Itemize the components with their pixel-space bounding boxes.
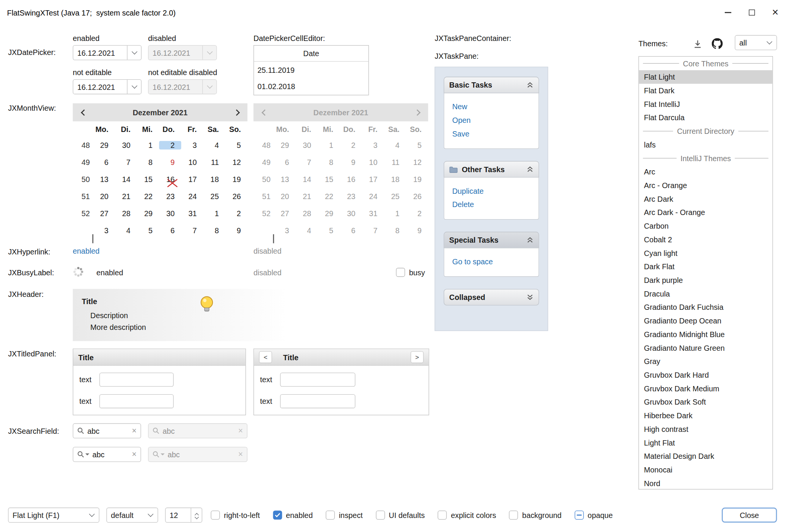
theme-item[interactable]: Gray <box>639 355 773 368</box>
taskpane-action-link[interactable]: Duplicate <box>452 184 530 198</box>
search-menu-icon[interactable] <box>77 451 90 458</box>
taskpane-title-bar[interactable]: Basic Tasks <box>444 77 539 93</box>
github-button[interactable] <box>712 38 723 49</box>
day-cell[interactable]: 4 <box>115 226 137 234</box>
day-cell[interactable]: 13 <box>93 175 115 183</box>
taskpane-title-bar[interactable]: Special Tasks <box>444 232 539 248</box>
theme-item[interactable]: Gradianto Dark Fuchsia <box>639 300 773 314</box>
theme-item[interactable]: Gruvbox Dark Hard <box>639 368 773 382</box>
taskpane-title-bar[interactable]: Other Tasks <box>444 161 539 178</box>
collapse-chevron-icon[interactable] <box>527 166 534 173</box>
day-cell[interactable]: 19 <box>225 175 247 183</box>
theme-item[interactable]: Nord <box>639 477 773 490</box>
day-cell[interactable]: 20 <box>93 192 115 200</box>
table-row[interactable]: 25.11.2019 <box>254 62 368 78</box>
busy-checkbox[interactable]: busy <box>396 268 425 277</box>
day-cell[interactable]: 30 <box>159 209 181 217</box>
checkbox-inspect[interactable]: inspect <box>326 511 363 520</box>
day-cell[interactable]: 26 <box>225 192 247 200</box>
day-cell[interactable]: 29 <box>93 141 115 149</box>
theme-item[interactable]: Flat Darcula <box>639 111 773 124</box>
clear-icon[interactable]: × <box>132 427 136 435</box>
monthview-enabled[interactable]: Dezember 2021Mo.Di.Mi.Do.Fr.Sa.So.482930… <box>73 103 247 239</box>
day-cell[interactable]: 3 <box>93 226 115 234</box>
theme-item[interactable]: Gruvbox Dark Soft <box>639 395 773 409</box>
day-cell[interactable]: 9 <box>225 226 247 234</box>
day-cell[interactable]: 16 <box>159 175 181 183</box>
day-cell[interactable]: 8 <box>137 158 159 166</box>
taskpane-title-bar[interactable]: Collapsed <box>444 289 539 306</box>
datepicker-value[interactable]: 16.12.2021 <box>73 49 127 57</box>
day-cell[interactable]: 5 <box>225 141 247 149</box>
theme-item[interactable]: Dracula <box>639 287 773 301</box>
next-month-button[interactable] <box>225 103 247 121</box>
themes-list[interactable]: Core ThemesFlat LightFlat DarkFlat Intel… <box>638 56 773 490</box>
theme-item[interactable]: Flat IntelliJ <box>639 97 773 111</box>
theme-item[interactable]: Hiberbee Dark <box>639 409 773 422</box>
theme-item[interactable]: Cyan light <box>639 246 773 260</box>
theme-item[interactable]: Arc Dark <box>639 192 773 206</box>
theme-item[interactable]: Flat Light <box>639 70 773 84</box>
checkbox-box[interactable] <box>376 511 385 520</box>
search-input[interactable]: abc <box>92 450 129 458</box>
search-field-with-menu[interactable]: abc × <box>73 447 141 462</box>
day-cell[interactable]: 15 <box>137 175 159 183</box>
day-cell[interactable]: 24 <box>181 192 203 200</box>
search-input[interactable]: abc <box>87 427 129 435</box>
day-cell[interactable]: 18 <box>203 175 225 183</box>
checkbox-box[interactable] <box>211 511 220 520</box>
text-input[interactable] <box>280 373 355 387</box>
checkbox-box[interactable] <box>575 511 584 520</box>
checkbox-ui-defaults[interactable]: UI defaults <box>376 511 425 520</box>
close-button[interactable]: Close <box>722 508 777 523</box>
text-input[interactable] <box>280 394 355 408</box>
search-field[interactable]: abc × <box>73 423 141 438</box>
theme-item[interactable]: Gradianto Midnight Blue <box>639 328 773 341</box>
day-cell[interactable]: 4 <box>203 141 225 149</box>
theme-item[interactable]: Cobalt 2 <box>639 233 773 246</box>
day-cell[interactable]: 6 <box>159 226 181 234</box>
checkbox-box[interactable] <box>509 511 518 520</box>
text-input[interactable] <box>99 394 174 408</box>
spinner-buttons[interactable] <box>191 508 202 522</box>
day-cell[interactable]: 17 <box>181 175 203 183</box>
day-cell[interactable]: 7 <box>181 226 203 234</box>
day-cell[interactable]: 30 <box>115 141 137 149</box>
day-cell[interactable]: 31 <box>181 209 203 217</box>
day-cell[interactable]: 6 <box>93 158 115 166</box>
day-cell[interactable]: 29 <box>137 209 159 217</box>
titled-panel-next-button[interactable]: > <box>411 351 423 363</box>
theme-item[interactable]: Flat Dark <box>639 84 773 97</box>
day-cell[interactable]: 22 <box>137 192 159 200</box>
day-cell[interactable]: 11 <box>203 158 225 166</box>
taskpane-action-link[interactable]: Open <box>452 113 530 127</box>
day-cell[interactable]: 14 <box>115 175 137 183</box>
collapse-chevron-icon[interactable] <box>527 82 534 88</box>
hyperlink-enabled[interactable]: enabled <box>73 247 100 255</box>
themes-filter-combobox[interactable]: all <box>735 35 777 50</box>
theme-item[interactable]: High contrast <box>639 422 773 436</box>
day-cell[interactable]: 12 <box>225 158 247 166</box>
clear-icon[interactable]: × <box>132 450 136 458</box>
spinner-value[interactable]: 12 <box>165 511 190 519</box>
theme-item[interactable]: Material Design Dark <box>639 449 773 463</box>
taskpane-action-link[interactable]: Delete <box>452 198 530 211</box>
day-cell[interactable]: 8 <box>203 226 225 234</box>
checkbox-enabled[interactable]: enabled <box>273 511 313 520</box>
day-cell[interactable]: 10 <box>181 158 203 166</box>
theme-item[interactable]: Dark Flat <box>639 260 773 273</box>
table-row[interactable]: 01.02.2018 <box>254 78 368 95</box>
day-cell[interactable]: 21 <box>115 192 137 200</box>
download-button[interactable] <box>693 39 702 49</box>
day-cell[interactable]: 2 <box>159 141 181 149</box>
day-cell[interactable]: 23 <box>159 192 181 200</box>
titled-panel-prev-button[interactable]: < <box>259 351 272 363</box>
prev-month-button[interactable] <box>73 103 95 121</box>
theme-item[interactable]: Gruvbox Dark Medium <box>639 382 773 395</box>
day-cell[interactable]: 9 <box>159 158 181 166</box>
checkbox-explicit-colors[interactable]: explicit colors <box>438 511 496 520</box>
theme-item[interactable]: Gradianto Deep Ocean <box>639 314 773 328</box>
day-cell[interactable]: 1 <box>203 209 225 217</box>
theme-item[interactable]: Arc Dark - Orange <box>639 206 773 219</box>
theme-item[interactable]: Arc <box>639 165 773 179</box>
